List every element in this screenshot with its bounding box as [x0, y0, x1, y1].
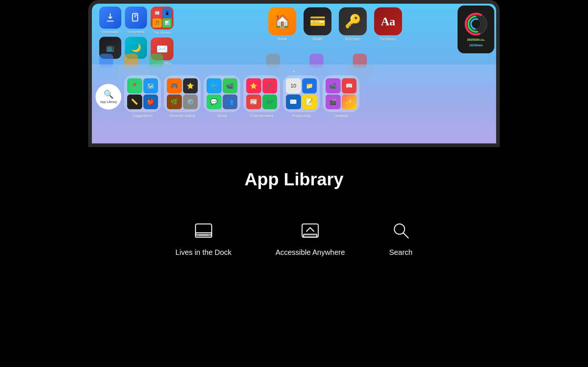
feature-search: Search [389, 219, 413, 257]
home-app-icon[interactable]: 🏠 [268, 7, 296, 35]
svg-rect-0 [133, 13, 138, 21]
productivity-label: Productivity [292, 114, 311, 118]
svg-rect-11 [304, 234, 317, 237]
dictionary-app[interactable]: Aa Dictionary [374, 7, 402, 41]
feature-accessible: Accessible Anywhere [276, 219, 345, 257]
accessible-feature-label: Accessible Anywhere [276, 248, 345, 257]
dock-feature-label: Lives in the Dock [175, 248, 231, 257]
search-icon [389, 219, 413, 242]
wallet-app[interactable]: 💳 Wallet [304, 7, 331, 41]
wallet-app-label: Wallet [312, 37, 322, 41]
recently-added-label: Recently Added [169, 114, 195, 118]
measure-icon: 📏 [127, 95, 142, 110]
entertainment-group[interactable]: ⭐ 🎵 📰 🎶 Entertainment [243, 75, 280, 118]
accessible-icon [298, 219, 322, 242]
social-label: Social [217, 114, 227, 118]
entertainment-label: Entertainment [250, 114, 273, 118]
keychain-app-icon[interactable]: 🔑 [339, 7, 367, 35]
suggestions-label: Suggestions [132, 114, 153, 118]
home-app[interactable]: 🏠 Home [268, 7, 296, 41]
recently-added-group[interactable]: 🎮 ⭐ 🌿 ⚙️ Recently Added [164, 75, 201, 118]
keychain-app[interactable]: 🔑 Keychain [339, 7, 367, 41]
documents-icon[interactable] [125, 7, 147, 29]
wallet-app-icon[interactable]: 💳 [304, 7, 331, 35]
entertainment-folder[interactable]: ⭐ 🎵 📰 🎶 [243, 75, 280, 112]
minutes-text: 15/30MIN [469, 43, 483, 47]
downloads-icon[interactable] [99, 7, 121, 29]
suggestions-folder[interactable]: 📍 🗺️ 📏 🍎 [124, 75, 161, 112]
svg-line-13 [403, 233, 408, 238]
info-section: App Library Lives in the Dock [0, 147, 588, 367]
page-title: App Library [244, 169, 343, 189]
app-library-label: App Library [100, 100, 117, 104]
documents-icon-group[interactable]: Documents [125, 7, 147, 34]
apple-icon: 🍎 [143, 95, 158, 110]
ipad-screen: Downloads 📺 Documents 🌙 [92, 4, 496, 143]
social-folder[interactable]: 🐦 📹 💬 👥 [204, 75, 240, 112]
top-stories-label: Top Stories [154, 31, 170, 35]
downloads-label: Downloads [102, 30, 119, 34]
keychain-app-label: Keychain [345, 37, 360, 41]
search-icon-al: 🔍 [104, 90, 114, 99]
top-stories-icon[interactable]: 📰 📱 🎵 📊 [151, 7, 173, 29]
search-feature-label: Search [389, 248, 412, 257]
dictionary-app-icon[interactable]: Aa [374, 7, 402, 35]
productivity-group[interactable]: 10 📁 ✉️ 📝 Productivity [283, 75, 320, 118]
documents-label: Documents [128, 30, 144, 34]
creativity-folder[interactable]: 📹 📖 🎬 ✨ [323, 75, 359, 112]
recently-added-folder[interactable]: 🎮 ⭐ 🌿 ⚙️ [164, 75, 201, 112]
calories-text: 350/500CAL [467, 38, 485, 42]
productivity-folder[interactable]: 10 📁 ✉️ 📝 [283, 75, 320, 112]
creativity-group[interactable]: 📹 📖 🎬 ✨ Creativity [323, 75, 359, 118]
ipad-frame: Downloads 📺 Documents 🌙 [88, 0, 500, 147]
home-app-label: Home [277, 37, 287, 41]
creativity-label: Creativity [333, 114, 349, 118]
chevron-down-icon: ⌄ [292, 67, 296, 73]
downloads-icon-group[interactable]: Downloads [99, 7, 121, 34]
suggestions-group[interactable]: 📍 🗺️ 📏 🍎 Suggestions [124, 75, 161, 118]
features-row: Lives in the Dock Accessible Anywhere [175, 219, 412, 257]
activity-widget: 350/500CAL 15/30MIN [458, 6, 494, 53]
home-screen-top: Downloads 📺 Documents 🌙 [92, 4, 496, 55]
swipe-indicator: ⌄ [92, 64, 496, 75]
app-library-content: 🔍 App Library 📍 🗺️ 📏 🍎 Suggestions [92, 75, 496, 118]
social-group[interactable]: 🐦 📹 💬 👥 Social [204, 75, 240, 118]
dictionary-app-label: Dictionary [380, 37, 396, 41]
app-library-panel: ⌄ 🔍 App Library 📍 🗺️ 📏 🍎 Suggestion [92, 64, 496, 143]
dock-icon [192, 219, 215, 242]
dock-icons: 🏠 Home 💳 Wallet 🔑 Keychain [268, 7, 402, 41]
feature-dock: Lives in the Dock [175, 219, 231, 257]
app-library-search-button[interactable]: 🔍 App Library [96, 84, 121, 110]
top-stories-group[interactable]: 📰 📱 🎵 📊 Top Stories [151, 7, 173, 35]
